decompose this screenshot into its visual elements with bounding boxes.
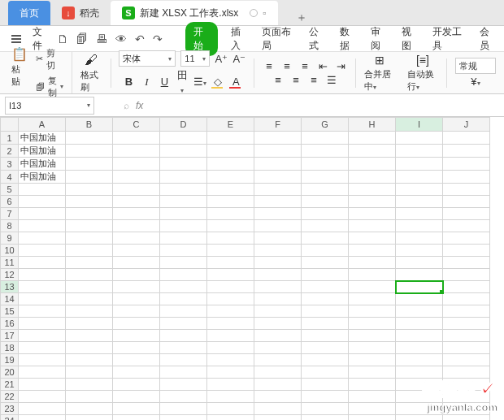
cell[interactable] bbox=[349, 184, 396, 196]
cell[interactable] bbox=[66, 158, 113, 171]
cell[interactable] bbox=[160, 208, 207, 220]
cell[interactable] bbox=[302, 220, 349, 232]
column-header[interactable]: B bbox=[66, 118, 113, 132]
cell[interactable] bbox=[207, 257, 254, 269]
italic-button[interactable]: I bbox=[140, 76, 153, 89]
redo-icon[interactable]: ↷ bbox=[153, 32, 163, 45]
cancel-icon[interactable]: ⌕ bbox=[124, 100, 129, 111]
cell[interactable] bbox=[207, 158, 254, 171]
cell[interactable] bbox=[396, 245, 443, 257]
cell[interactable] bbox=[160, 366, 207, 379]
cell[interactable] bbox=[19, 220, 66, 232]
cell[interactable] bbox=[443, 342, 490, 354]
cell[interactable] bbox=[396, 145, 443, 158]
cell[interactable]: 中国加油 bbox=[19, 171, 66, 184]
row-header[interactable]: 20 bbox=[1, 366, 19, 379]
cell[interactable] bbox=[254, 269, 302, 281]
cell[interactable] bbox=[254, 132, 302, 145]
cell[interactable] bbox=[349, 171, 396, 184]
cell[interactable] bbox=[349, 330, 396, 342]
cell[interactable] bbox=[160, 171, 207, 184]
cell[interactable] bbox=[160, 415, 207, 421]
cell[interactable] bbox=[254, 342, 302, 354]
cell[interactable] bbox=[302, 245, 349, 257]
cell[interactable] bbox=[160, 269, 207, 281]
cell[interactable] bbox=[302, 184, 349, 196]
font-size-select[interactable]: 11▾ bbox=[180, 50, 210, 67]
undo-icon[interactable]: ↶ bbox=[135, 32, 145, 45]
cell[interactable] bbox=[66, 318, 113, 330]
cell[interactable] bbox=[207, 145, 254, 158]
cell[interactable] bbox=[160, 145, 207, 158]
cell[interactable] bbox=[66, 293, 113, 305]
cell[interactable] bbox=[254, 330, 302, 342]
cell[interactable] bbox=[349, 245, 396, 257]
decrease-font-button[interactable]: A⁻ bbox=[232, 53, 245, 65]
cell[interactable] bbox=[207, 379, 254, 391]
column-header[interactable]: J bbox=[443, 118, 490, 132]
cell[interactable] bbox=[207, 318, 254, 330]
cell[interactable] bbox=[19, 305, 66, 318]
cell[interactable] bbox=[396, 208, 443, 220]
cell[interactable] bbox=[160, 220, 207, 232]
cell[interactable] bbox=[19, 281, 66, 293]
cell[interactable] bbox=[19, 391, 66, 403]
cell[interactable] bbox=[113, 379, 160, 391]
cell[interactable] bbox=[113, 281, 160, 293]
cell[interactable] bbox=[19, 245, 66, 257]
cell[interactable] bbox=[113, 158, 160, 171]
cell[interactable] bbox=[302, 158, 349, 171]
cell[interactable] bbox=[19, 330, 66, 342]
row-header[interactable]: 23 bbox=[1, 403, 19, 415]
cell[interactable] bbox=[396, 269, 443, 281]
cell[interactable] bbox=[254, 293, 302, 305]
cell[interactable] bbox=[443, 415, 490, 421]
cell[interactable] bbox=[396, 305, 443, 318]
cell[interactable] bbox=[396, 342, 443, 354]
cell[interactable] bbox=[302, 366, 349, 379]
cell[interactable] bbox=[66, 342, 113, 354]
cell[interactable] bbox=[113, 257, 160, 269]
preview-icon[interactable]: 👁 bbox=[115, 32, 127, 45]
cell[interactable] bbox=[207, 293, 254, 305]
cell[interactable] bbox=[19, 403, 66, 415]
cell[interactable] bbox=[207, 220, 254, 232]
select-all-corner[interactable] bbox=[1, 118, 19, 132]
cell[interactable] bbox=[396, 232, 443, 245]
cell[interactable] bbox=[254, 171, 302, 184]
cell[interactable] bbox=[160, 245, 207, 257]
cell[interactable] bbox=[396, 366, 443, 379]
cell[interactable] bbox=[160, 318, 207, 330]
cell[interactable] bbox=[207, 232, 254, 245]
cell[interactable] bbox=[113, 232, 160, 245]
ribbon-tab-review[interactable]: 审阅 bbox=[369, 22, 389, 56]
cell[interactable] bbox=[396, 158, 443, 171]
print-preview-icon[interactable]: 🗐 bbox=[76, 32, 88, 45]
wrap-text-button[interactable]: [≡] 自动换行▾ bbox=[404, 54, 442, 93]
cell[interactable] bbox=[113, 220, 160, 232]
cell[interactable] bbox=[443, 232, 490, 245]
cell[interactable] bbox=[113, 305, 160, 318]
cell[interactable] bbox=[160, 158, 207, 171]
cell[interactable] bbox=[254, 354, 302, 366]
tab-min-icon[interactable] bbox=[250, 9, 258, 17]
cell[interactable] bbox=[443, 391, 490, 403]
row-header[interactable]: 18 bbox=[1, 342, 19, 354]
cell[interactable] bbox=[396, 257, 443, 269]
save-icon[interactable]: 🗋 bbox=[57, 32, 68, 45]
cell[interactable] bbox=[349, 293, 396, 305]
cell[interactable] bbox=[254, 366, 302, 379]
cell[interactable] bbox=[66, 184, 113, 196]
cell[interactable] bbox=[349, 342, 396, 354]
cell[interactable] bbox=[254, 391, 302, 403]
cell[interactable] bbox=[349, 354, 396, 366]
cell[interactable] bbox=[66, 391, 113, 403]
cell[interactable] bbox=[254, 232, 302, 245]
format-painter-button[interactable]: 🖌 格式刷 bbox=[77, 53, 106, 93]
ribbon-tab-data[interactable]: 数据 bbox=[338, 22, 358, 56]
bold-button[interactable]: B bbox=[122, 76, 135, 88]
cell[interactable] bbox=[160, 305, 207, 318]
cell[interactable] bbox=[19, 354, 66, 366]
cell[interactable] bbox=[443, 158, 490, 171]
cell[interactable] bbox=[349, 232, 396, 245]
